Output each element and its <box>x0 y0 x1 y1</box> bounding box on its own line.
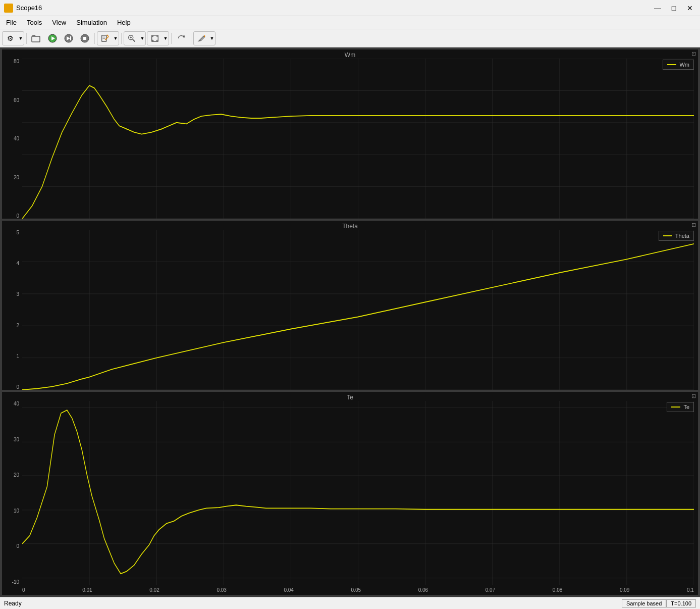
minimize-button[interactable]: — <box>652 2 664 14</box>
theta-y-2: 2 <box>16 323 19 328</box>
y-label-80: 80 <box>14 59 19 64</box>
chart-wm: Wm ⊡ Wm <box>2 49 698 219</box>
y-label-60: 60 <box>14 97 19 103</box>
svg-line-15 <box>133 39 135 41</box>
title-bar: Scope16 — □ ✕ <box>0 0 700 16</box>
x-axis-labels: 0 0.01 0.02 0.03 0.04 0.05 0.06 0.07 0.0… <box>22 585 694 595</box>
theta-y-0: 0 <box>16 384 19 390</box>
settings-dropdown-arrow[interactable]: ▼ <box>18 31 24 45</box>
svg-marker-0 <box>6 7 11 10</box>
te-legend-label: Te <box>683 404 689 410</box>
theta-y-1: 1 <box>16 353 19 359</box>
chart-theta-y-axis: 5 4 3 2 1 0 <box>2 230 21 390</box>
status-ready: Ready <box>4 600 22 607</box>
x-002: 0.02 <box>149 587 159 593</box>
wm-legend-line <box>667 64 676 65</box>
theta-legend-label: Theta <box>675 233 689 239</box>
stop-button[interactable] <box>77 31 92 45</box>
chart-theta-svg <box>22 230 694 390</box>
sep1 <box>26 33 27 44</box>
wm-legend-label: Wm <box>679 62 689 68</box>
x-006: 0.06 <box>418 587 428 593</box>
menu-view[interactable]: View <box>48 18 70 27</box>
chart-te-y-axis: 40 30 20 10 0 -10 <box>2 401 21 585</box>
sep2 <box>94 33 95 44</box>
te-y-30: 30 <box>14 437 19 442</box>
chart-te-legend: Te <box>667 402 694 412</box>
status-right: Sample based T=0.100 <box>622 599 696 607</box>
y-label-0: 0 <box>16 213 19 219</box>
te-y-m10: -10 <box>12 579 19 585</box>
theta-legend-line <box>663 235 672 236</box>
run-button[interactable] <box>45 31 60 45</box>
menu-help[interactable]: Help <box>113 18 135 27</box>
sep5 <box>191 33 191 44</box>
chart-wm-y-axis: 80 60 40 20 0 <box>2 59 21 219</box>
chart-wm-legend: Wm <box>663 60 694 70</box>
close-button[interactable]: ✕ <box>684 2 696 14</box>
y-label-40: 40 <box>14 136 19 141</box>
zoom-button[interactable] <box>124 31 139 45</box>
chart-theta: Theta ⊡ Theta <box>2 221 698 390</box>
write-dropdown-arrow[interactable]: ▼ <box>113 31 119 45</box>
chart-wm-svg <box>22 59 694 219</box>
step-forward-button[interactable] <box>61 31 76 45</box>
zoom-dropdown-arrow[interactable]: ▼ <box>139 31 145 45</box>
chart-wm-expand[interactable]: ⊡ <box>691 50 696 57</box>
x-009: 0.09 <box>620 587 629 593</box>
main-content: Wm ⊡ Wm <box>0 47 700 597</box>
te-y-40: 40 <box>14 401 19 407</box>
toolbar: ⚙ ▼ ▼ ▼ ▼ <box>0 29 700 47</box>
title-bar-left: Scope16 <box>4 4 42 13</box>
x-0: 0 <box>22 587 25 593</box>
zoom-reset-button[interactable] <box>174 31 189 45</box>
window-title: Scope16 <box>16 4 42 12</box>
y-label-20: 20 <box>14 175 19 180</box>
svg-line-12 <box>107 34 109 36</box>
svg-marker-19 <box>183 35 185 38</box>
theta-y-4: 4 <box>16 261 19 266</box>
x-003: 0.03 <box>217 587 226 593</box>
chart-theta-legend: Theta <box>659 231 694 241</box>
settings-button[interactable]: ⚙ <box>3 31 18 45</box>
x-001: 0.01 <box>82 587 92 593</box>
time-label: T=0.100 <box>666 599 696 607</box>
sample-based-label: Sample based <box>622 599 666 607</box>
matlab-icon <box>4 4 13 13</box>
fit-dropdown-arrow[interactable]: ▼ <box>163 31 169 45</box>
te-y-20: 20 <box>14 472 19 478</box>
status-bar: Ready Sample based T=0.100 <box>0 597 700 609</box>
chart-te-expand[interactable]: ⊡ <box>691 393 696 399</box>
pencil-button[interactable] <box>194 31 209 45</box>
write-button[interactable] <box>97 31 113 45</box>
menu-tools[interactable]: Tools <box>23 18 46 27</box>
pencil-dropdown-arrow[interactable]: ▼ <box>209 31 215 45</box>
maximize-button[interactable]: □ <box>668 2 680 14</box>
te-legend-line <box>671 407 680 408</box>
x-01: 0.1 <box>687 587 694 593</box>
te-y-0: 0 <box>16 543 19 549</box>
chart-te-svg <box>22 401 694 585</box>
theta-y-3: 3 <box>16 291 19 297</box>
x-008: 0.08 <box>553 587 562 593</box>
theta-y-5: 5 <box>16 230 19 235</box>
open-button[interactable] <box>29 31 44 45</box>
menu-file[interactable]: File <box>2 18 21 27</box>
te-y-10: 10 <box>14 508 19 514</box>
fit-button[interactable] <box>147 31 163 45</box>
chart-theta-expand[interactable]: ⊡ <box>691 222 696 228</box>
menu-simulation[interactable]: Simulation <box>72 18 111 27</box>
sep4 <box>171 33 172 44</box>
menu-bar: File Tools View Simulation Help <box>0 16 700 29</box>
svg-rect-1 <box>32 36 40 42</box>
x-005: 0.05 <box>351 587 361 593</box>
x-004: 0.04 <box>284 587 293 593</box>
title-bar-controls: — □ ✕ <box>652 2 696 14</box>
svg-line-13 <box>105 36 109 40</box>
chart-te: Te ⊡ Te <box>2 392 698 595</box>
svg-rect-6 <box>70 36 71 40</box>
svg-rect-8 <box>83 37 86 40</box>
x-007: 0.07 <box>486 587 495 593</box>
sep3 <box>121 33 122 44</box>
